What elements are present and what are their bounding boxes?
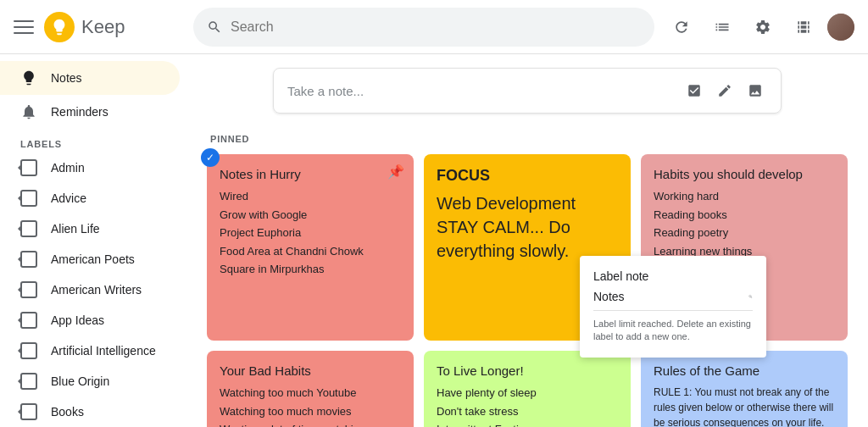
label-icon (20, 403, 37, 420)
note-body: RULE 1: You must not break any of the ru… (654, 385, 835, 427)
remind-action[interactable]: 🔔 (220, 286, 243, 310)
more-action[interactable]: ⋮ (545, 271, 569, 295)
pinned-label: PINNED (207, 134, 848, 144)
note-item: Working hard (654, 188, 835, 205)
sidebar-item-notes[interactable]: Notes (0, 61, 180, 95)
note-item: Reading books (654, 207, 835, 224)
label-ai-text: Artificial Intelligence (51, 344, 156, 358)
sidebar-label-app-ideas[interactable]: App Ideas (0, 305, 180, 336)
take-note-placeholder: Take a note... (287, 84, 676, 98)
sidebar-label-american-writers[interactable]: American Writers (0, 274, 180, 305)
label-american-poets-text: American Poets (51, 252, 135, 266)
note-title: Rules of the Game (654, 363, 835, 378)
note-item: Reading poetry (654, 225, 835, 241)
image-icon[interactable] (743, 79, 767, 103)
settings-button[interactable] (746, 10, 780, 44)
sidebar-item-reminders[interactable]: Reminders (0, 95, 180, 129)
settings-icon (754, 19, 771, 36)
color-action[interactable]: 🎨 (491, 271, 515, 295)
note-body: Web DevelopmentSTAY CALM... Do everythin… (437, 191, 618, 263)
label-icon (20, 190, 37, 207)
note-title: Notes in Hurry (220, 167, 401, 181)
note-item: Project Euphoria (220, 225, 401, 241)
label-blue-origin-text: Blue Origin (51, 374, 109, 388)
collaborator-action[interactable]: 👤 (464, 271, 487, 295)
search-bar[interactable] (193, 8, 654, 47)
remind-action[interactable]: 🔔 (437, 271, 460, 295)
image-action[interactable]: 🖼 (301, 286, 325, 310)
pen-icon[interactable] (713, 79, 737, 103)
logo-area: Keep (44, 12, 125, 42)
note-title: To Live Longer! (437, 363, 618, 378)
label-app-ideas-text: App Ideas (51, 313, 104, 327)
label-icon (20, 220, 37, 237)
sidebar-label-american-poets[interactable]: American Poets (0, 244, 180, 274)
sidebar-label-books[interactable]: Books (0, 396, 180, 427)
note-item: Food Area at Chandni Chowk (220, 243, 401, 260)
note-card-live-longer[interactable]: To Live Longer! Have plenty of sleep Don… (424, 351, 631, 427)
topbar: Keep (0, 0, 868, 54)
labels-section-header: LABELS (0, 129, 186, 152)
pin-icon[interactable]: 📌 (387, 164, 404, 180)
take-note-icons (682, 79, 767, 103)
take-note-bar[interactable]: Take a note... (273, 68, 782, 114)
pinned-check: ✓ (201, 148, 220, 167)
note-card-rules[interactable]: Rules of the Game RULE 1: You must not b… (641, 351, 848, 427)
note-title: Your Bad Habits (220, 363, 401, 378)
refresh-button[interactable] (665, 10, 698, 44)
apps-button[interactable] (787, 10, 821, 44)
image-action[interactable]: 🖼 (518, 271, 542, 295)
label-popup-search (593, 290, 753, 311)
search-input[interactable] (231, 19, 641, 35)
label-books-text: Books (51, 405, 84, 419)
label-alien-life-text: Alien Life (51, 222, 100, 236)
search-popup-icon (748, 290, 753, 303)
sidebar-notes-label: Notes (51, 71, 82, 85)
note-card-bad-habits[interactable]: Your Bad Habits Watching too much Youtub… (207, 351, 414, 427)
more-action[interactable]: ⋮ (328, 286, 352, 310)
label-icon (20, 251, 37, 268)
sidebar-label-blue-origin[interactable]: Blue Origin (0, 366, 180, 396)
collaborator-action[interactable]: 👤 (247, 286, 270, 310)
sidebar-label-advice[interactable]: Advice (0, 183, 180, 214)
note-card-notes-in-hurry[interactable]: ✓ Notes in Hurry Wired Grow with Google … (207, 154, 414, 341)
sidebar-label-alien-life[interactable]: Alien Life (0, 214, 180, 244)
color-action[interactable]: 🎨 (274, 286, 298, 310)
sidebar: Notes Reminders LABELS Admin Advice Alie… (0, 54, 186, 427)
notes-grid-container: ✓ Notes in Hurry Wired Grow with Google … (207, 154, 848, 427)
topbar-left: Keep (14, 12, 183, 42)
menu-icon[interactable] (14, 17, 34, 37)
label-search-input[interactable] (593, 290, 742, 303)
avatar[interactable] (827, 14, 854, 41)
main-layout: Notes Reminders LABELS Admin Advice Alie… (0, 54, 868, 427)
label-popup-warning: Label limit reached. Delete an existing … (593, 318, 753, 344)
label-icon (20, 373, 37, 390)
note-item: Don't take stress (437, 403, 618, 420)
checkbox-icon[interactable] (682, 79, 706, 103)
note-body: Have plenty of sleep Don't take stress I… (437, 385, 618, 427)
label-american-writers-text: American Writers (51, 283, 142, 297)
label-popup-title: Label note (593, 269, 753, 283)
note-item: Grow with Google (220, 207, 401, 224)
label-popup: Label note Label limit reached. Delete a… (580, 256, 766, 358)
logo-bulb (44, 12, 75, 42)
note-body: Wired Grow with Google Project Euphoria … (220, 188, 401, 278)
label-icon (20, 312, 37, 329)
reminders-icon (20, 103, 37, 120)
list-view-button[interactable] (705, 10, 739, 44)
sidebar-reminders-label: Reminders (51, 105, 108, 119)
label-icon (20, 159, 37, 176)
note-item: Square in Mirpurkhas (220, 261, 401, 278)
app-title: Keep (81, 16, 125, 38)
note-item: Wasting a lot of time watching news (220, 421, 401, 427)
note-title: FOCUS (437, 167, 618, 185)
note-body: Watching too much Youtube Watching too m… (220, 385, 401, 427)
note-item: Watching too much Youtube (220, 385, 401, 402)
note-item: Wired (220, 188, 401, 205)
label-icon (20, 281, 37, 298)
topbar-right (665, 10, 854, 44)
sidebar-label-admin[interactable]: Admin (0, 152, 180, 183)
bulb-icon (50, 18, 69, 36)
refresh-icon (673, 19, 690, 36)
sidebar-label-artificial-intelligence[interactable]: Artificial Intelligence (0, 336, 180, 366)
